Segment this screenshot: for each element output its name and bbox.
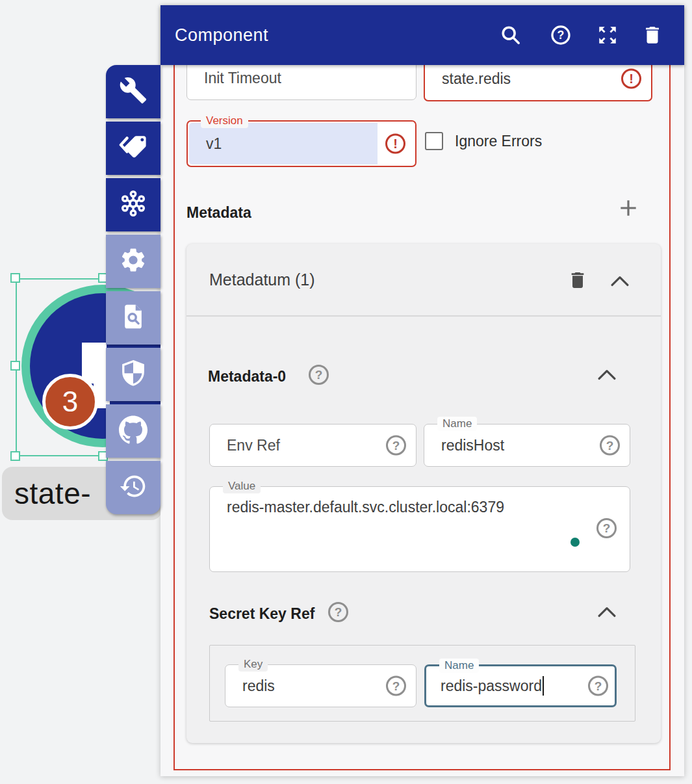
delete-component-button[interactable] — [641, 24, 663, 46]
help-icon[interactable]: ? — [309, 365, 329, 385]
app-canvas: 3 state- — [0, 0, 692, 784]
help-icon[interactable]: ? — [328, 602, 348, 622]
help-icon[interactable]: ? — [386, 436, 406, 456]
connections-button[interactable] — [106, 178, 160, 231]
help-icon[interactable]: ? — [386, 676, 406, 696]
panel-title: Component — [175, 25, 268, 46]
collapse-metadatum-button[interactable] — [611, 275, 629, 289]
version-field-label: Version — [201, 114, 248, 128]
secret-name-field[interactable]: Name redis-password ? — [424, 664, 617, 707]
metadata-heading: Metadata — [186, 204, 251, 222]
resize-handle-sw[interactable] — [10, 451, 20, 461]
search-button[interactable] — [500, 24, 522, 46]
text-cursor — [543, 676, 544, 696]
secret-key-ref-heading: Secret Key Ref — [209, 605, 314, 623]
history-icon — [119, 472, 147, 503]
github-button[interactable] — [106, 404, 160, 458]
hub-icon — [119, 189, 147, 220]
fullscreen-icon[interactable] — [596, 24, 619, 46]
component-type-value: state.redis — [425, 70, 511, 88]
inspect-manifest-button[interactable] — [106, 291, 160, 345]
dapr-logo-shape — [82, 343, 107, 384]
help-icon[interactable]: ? — [596, 518, 617, 538]
resize-handle-w[interactable] — [10, 361, 20, 371]
wrench-icon — [119, 76, 147, 107]
metadata-name-value: redisHost — [424, 437, 504, 454]
secret-key-label: Key — [238, 657, 268, 672]
github-icon — [119, 415, 147, 447]
help-icon[interactable]: ? — [600, 436, 620, 456]
add-metadata-button[interactable] — [617, 197, 639, 222]
metadata-name-label: Name — [437, 417, 477, 431]
secret-name-label: Name — [439, 659, 479, 673]
settings-button[interactable] — [106, 235, 160, 288]
panel-body: Init Timeout state.redis ! v1 Version ! … — [160, 65, 684, 776]
plus-icon — [621, 200, 635, 215]
env-ref-label: Env Ref — [210, 437, 280, 454]
document-search-icon — [119, 302, 147, 333]
metadatum-card: Metadatum (1) Metadata-0 ? Env Ref ? — [186, 244, 661, 743]
component-properties-panel: Component ? — [160, 5, 684, 776]
secret-name-value: redis-password — [426, 677, 542, 695]
init-timeout-label: Init Timeout — [187, 70, 281, 87]
resize-handle-nw[interactable] — [10, 273, 20, 283]
delete-metadatum-button[interactable] — [567, 270, 588, 293]
metadatum-title: Metadatum (1) — [209, 270, 315, 289]
ignore-errors-checkbox[interactable] — [425, 132, 443, 150]
metadata-name-field[interactable]: Name redisHost ? — [424, 424, 630, 467]
shield-icon — [119, 359, 147, 390]
history-button[interactable] — [106, 461, 160, 514]
collapse-secret-button[interactable] — [598, 606, 616, 620]
badge-count: 3 — [62, 385, 78, 418]
error-count-badge: 3 — [42, 374, 98, 430]
secret-key-field[interactable]: Key redis ? — [225, 664, 416, 707]
tag-icon — [119, 133, 147, 164]
component-type-field[interactable]: state.redis ! — [424, 65, 652, 101]
init-timeout-field[interactable]: Init Timeout — [186, 65, 416, 100]
version-value: v1 — [189, 135, 222, 153]
error-icon: ! — [385, 134, 405, 154]
help-button[interactable]: ? — [550, 24, 572, 46]
metadata0-heading: Metadata-0 — [208, 368, 286, 385]
security-button[interactable] — [106, 348, 160, 401]
error-icon: ! — [621, 69, 641, 89]
resize-grip-dot[interactable] — [570, 538, 580, 547]
help-icon[interactable]: ? — [588, 676, 608, 696]
metadatum-card-header: Metadatum (1) — [186, 244, 661, 317]
configure-button[interactable] — [106, 65, 160, 118]
panel-header: Component ? — [160, 5, 684, 65]
gear-icon — [119, 246, 147, 277]
collapse-metadata0-button[interactable] — [598, 369, 616, 383]
ignore-errors-label: Ignore Errors — [455, 133, 542, 150]
secret-key-ref-group: Key redis ? Name redis-password ? — [209, 645, 635, 722]
metadata-value-field[interactable]: Value redis-master.default.svc.cluster.l… — [209, 486, 630, 572]
version-field[interactable]: v1 Version ! — [186, 120, 416, 167]
metadata-value-label: Value — [223, 479, 261, 493]
svg-text:?: ? — [557, 29, 565, 42]
tags-button[interactable] — [106, 122, 160, 175]
version-selection-highlight: v1 — [189, 123, 378, 164]
secret-key-value: redis — [225, 677, 275, 695]
env-ref-field[interactable]: Env Ref ? — [209, 424, 416, 467]
